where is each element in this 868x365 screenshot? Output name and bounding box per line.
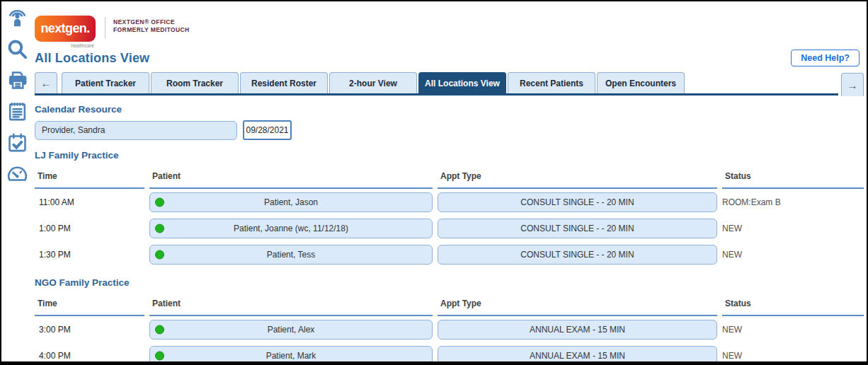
table-row: 1:30 PM Patient, Tess CONSULT SINGLE - -…: [35, 241, 864, 267]
patient-pill[interactable]: Patient, Joanne (wc, 11/12/18): [149, 219, 433, 238]
brand-header: nextgen. healthcare NEXTGEN® OFFICE FORM…: [35, 16, 864, 45]
column-header-appt-type: Appt Type: [438, 165, 717, 189]
patient-name: Patient, Jason: [264, 197, 318, 207]
status-cell: NEW: [722, 325, 864, 335]
time-cell: 1:30 PM: [35, 250, 144, 260]
tab-recent-patients[interactable]: Recent Patients: [508, 72, 595, 93]
appt-type-pill[interactable]: CONSULT SINGLE - - 20 MIN: [438, 192, 717, 212]
status-dot-icon: [155, 351, 164, 360]
patient-name: Patient, Joanne (wc, 11/12/18): [234, 224, 348, 233]
calendar-resource-row: [35, 120, 864, 140]
table-row: 4:00 PM Patient, Mark ANNUAL EXAM - 15 M…: [35, 342, 864, 365]
table-header-row: Time Patient Appt Type Status: [35, 292, 864, 316]
print-icon[interactable]: [6, 69, 28, 91]
status-dot-icon: [155, 250, 164, 259]
tabs-scroll-left-button[interactable]: ←: [35, 72, 57, 93]
column-header-time: Time: [35, 292, 144, 316]
main-content: nextgen. healthcare NEXTGEN® OFFICE FORM…: [33, 1, 867, 361]
brand-divider: [105, 17, 105, 38]
table-row: 3:00 PM Patient, Alex ANNUAL EXAM - 15 M…: [35, 316, 864, 342]
tab-strip: ← Patient Tracker Room Tracker Resident …: [35, 71, 864, 93]
need-help-button[interactable]: Need Help?: [791, 50, 860, 66]
appt-type-pill[interactable]: ANNUAL EXAM - 15 MIN: [438, 346, 717, 365]
title-row: All Locations View Need Help?: [35, 50, 864, 66]
search-icon[interactable]: [6, 38, 28, 60]
appt-type-pill[interactable]: CONSULT SINGLE - - 20 MIN: [438, 219, 717, 238]
column-header-time: Time: [35, 165, 144, 189]
provider-input[interactable]: [35, 121, 237, 140]
nextgen-logo: nextgen. healthcare: [35, 16, 96, 42]
tab-open-encounters[interactable]: Open Encounters: [597, 72, 685, 93]
tab-patient-tracker[interactable]: Patient Tracker: [62, 72, 149, 93]
patient-pill[interactable]: Patient, Jason: [149, 192, 433, 212]
section-heading-lj: LJ Family Practice: [35, 150, 864, 161]
product-line2: FORMERLY MEDITOUCH: [113, 26, 190, 34]
appt-type-pill[interactable]: ANNUAL EXAM - 15 MIN: [438, 320, 717, 340]
status-dot-icon: [155, 197, 164, 207]
status-cell: NEW: [722, 250, 864, 260]
column-header-status: Status: [722, 292, 864, 316]
nextgen-logo-healthcare: healthcare: [71, 43, 94, 48]
patient-pill[interactable]: Patient, Tess: [149, 245, 433, 265]
arrow-right-icon: →: [847, 79, 858, 91]
time-cell: 1:00 PM: [35, 224, 144, 233]
arrow-left-icon: ←: [41, 77, 52, 89]
product-name: NEXTGEN® OFFICE FORMERLY MEDITOUCH: [113, 18, 190, 34]
time-cell: 11:00 AM: [35, 197, 144, 207]
column-header-status: Status: [722, 165, 864, 189]
table-header-row: Time Patient Appt Type Status: [35, 165, 864, 189]
patient-name: Patient, Alex: [268, 325, 315, 335]
column-header-patient: Patient: [149, 165, 433, 189]
product-line1: NEXTGEN® OFFICE: [113, 18, 190, 26]
column-header-patient: Patient: [149, 292, 433, 316]
dashboard-gauge-icon[interactable]: [6, 163, 28, 185]
status-dot-icon: [155, 224, 164, 233]
appt-type-pill[interactable]: CONSULT SINGLE - - 20 MIN: [438, 245, 717, 265]
patient-pill[interactable]: Patient, Alex: [149, 320, 433, 340]
section-heading-ngo: NGO Family Practice: [35, 277, 864, 288]
time-cell: 4:00 PM: [35, 351, 144, 361]
calendar-check-icon[interactable]: [6, 132, 28, 153]
patient-name: Patient, Tess: [267, 250, 315, 260]
patient-name: Patient, Mark: [266, 351, 316, 361]
left-icon-rail: [1, 1, 33, 361]
time-cell: 3:00 PM: [35, 325, 144, 335]
status-dot-icon: [155, 325, 164, 334]
app-window: nextgen. healthcare NEXTGEN® OFFICE FORM…: [0, 0, 868, 365]
nextgen-logo-word: nextgen.: [40, 21, 89, 36]
page-title: All Locations View: [35, 51, 149, 66]
table-row: 11:00 AM Patient, Jason CONSULT SINGLE -…: [35, 189, 864, 215]
tab-2-hour-view[interactable]: 2-hour View: [329, 72, 417, 93]
table-row: 1:00 PM Patient, Joanne (wc, 11/12/18) C…: [35, 215, 864, 241]
status-cell: NEW: [722, 351, 864, 361]
tab-resident-roster[interactable]: Resident Roster: [240, 72, 328, 93]
column-header-appt-type: Appt Type: [438, 292, 717, 316]
tabs-scroll-right-button[interactable]: →: [841, 73, 864, 96]
calendar-resource-heading: Calendar Resource: [35, 104, 864, 115]
status-cell: NEW: [722, 224, 864, 233]
notes-icon[interactable]: [6, 100, 28, 122]
tab-all-locations-view[interactable]: All Locations View: [418, 72, 506, 93]
tab-room-tracker[interactable]: Room Tracker: [151, 72, 239, 93]
patient-pill[interactable]: Patient, Mark: [149, 346, 433, 365]
date-input[interactable]: [243, 120, 292, 140]
status-cell: ROOM:Exam B: [722, 197, 864, 207]
intercom-announce-icon[interactable]: [6, 7, 28, 29]
